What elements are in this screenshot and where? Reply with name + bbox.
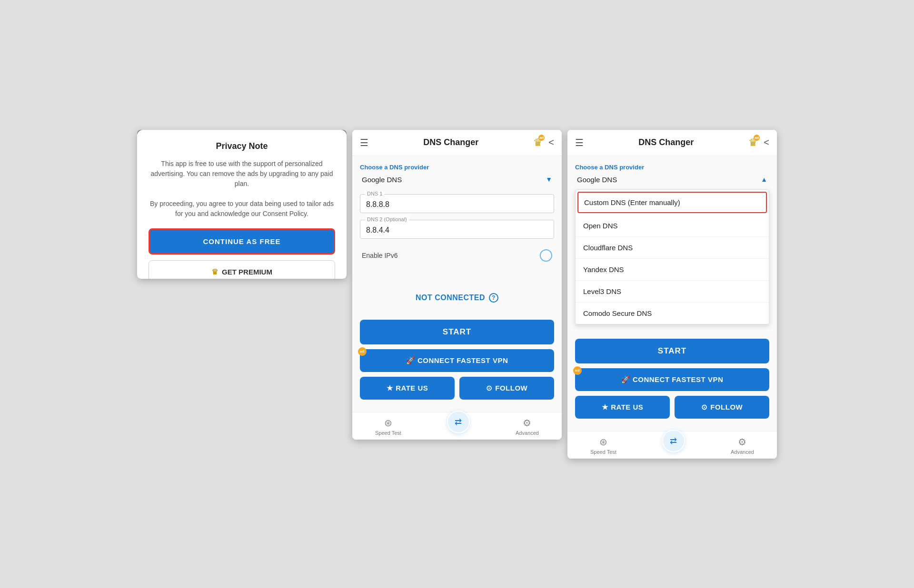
dns-provider-value-3: Google DNS bbox=[577, 176, 617, 184]
dropdown-item-comodo-3[interactable]: Comodo Secure DNS bbox=[576, 303, 769, 324]
swap-icon-2: ⇄ bbox=[455, 417, 462, 427]
share-icon-2[interactable]: < bbox=[548, 137, 554, 148]
settings-icon-2: ⚙ bbox=[523, 417, 531, 429]
chevron-down-icon-2: ▼ bbox=[546, 176, 552, 183]
ipv6-label-2: Enable IPv6 bbox=[362, 252, 398, 259]
crown-badge-3[interactable]: ♛ ad bbox=[748, 137, 758, 149]
dropdown-item-open-3[interactable]: Open DNS bbox=[576, 215, 769, 237]
speed-test-nav-2[interactable]: ⊛ Speed Test bbox=[375, 417, 401, 436]
screen-1: ☰ DNS Changer ♛ ad < Choose a DNS provid… bbox=[137, 130, 347, 279]
dns1-value-2: 8.8.8.8 bbox=[366, 200, 548, 209]
star-icon-2: ★ bbox=[387, 384, 393, 392]
speedometer-icon-2: ⊛ bbox=[384, 417, 392, 429]
speedometer-icon-3: ⊛ bbox=[599, 436, 607, 448]
question-icon-2[interactable]: ? bbox=[489, 293, 498, 303]
speed-test-label-2: Speed Test bbox=[375, 430, 401, 436]
crown-badge-2[interactable]: ♛ ad bbox=[533, 137, 543, 149]
app-title-3: DNS Changer bbox=[584, 137, 748, 147]
app-body-2: Choose a DNS provider Google DNS ▼ DNS 1… bbox=[352, 156, 562, 412]
dropdown-item-level3-3[interactable]: Level3 DNS bbox=[576, 281, 769, 303]
connect-vpn-button-2[interactable]: ad 🚀 CONNECT FASTEST VPN bbox=[360, 349, 554, 372]
center-nav-2[interactable]: ⇄ bbox=[447, 411, 470, 433]
badge-dot-3: ad bbox=[754, 135, 760, 141]
start-button-3[interactable]: START bbox=[575, 339, 769, 363]
rate-us-button-2[interactable]: ★ RATE US bbox=[360, 377, 455, 400]
advanced-nav-3[interactable]: ⚙ Advanced bbox=[731, 436, 754, 455]
privacy-text: This app is free to use with the support… bbox=[149, 159, 335, 219]
dns1-label-2: DNS 1 bbox=[365, 191, 384, 196]
follow-button-3[interactable]: ⊙ FOLLOW bbox=[675, 396, 769, 419]
dns2-input-2[interactable]: DNS 2 (Optional) 8.8.4.4 bbox=[360, 220, 554, 239]
privacy-modal: Privacy Note This app is free to use wit… bbox=[137, 130, 347, 279]
rate-us-button-3[interactable]: ★ RATE US bbox=[575, 396, 670, 419]
start-button-2[interactable]: START bbox=[360, 320, 554, 344]
dns-provider-label-2: Choose a DNS provider bbox=[360, 164, 554, 171]
swap-icon-3: ⇄ bbox=[670, 436, 677, 446]
screen-3: ☰ DNS Changer ♛ ad < Choose a DNS provid… bbox=[567, 130, 777, 459]
dns2-label-2: DNS 2 (Optional) bbox=[365, 216, 409, 222]
menu-icon-3[interactable]: ☰ bbox=[575, 137, 584, 148]
dns2-value-2: 8.8.4.4 bbox=[366, 226, 548, 235]
dns-provider-select-3[interactable]: Google DNS ▲ bbox=[575, 173, 769, 186]
advanced-label-3: Advanced bbox=[731, 449, 754, 455]
dns-provider-select-2[interactable]: Google DNS ▼ bbox=[360, 173, 554, 186]
dns-provider-label-3: Choose a DNS provider bbox=[575, 164, 769, 171]
badge-dot-2: ad bbox=[538, 135, 545, 141]
vpn-badge-3: ad bbox=[573, 366, 582, 375]
follow-button-2[interactable]: ⊙ FOLLOW bbox=[459, 377, 554, 400]
star-icon-3: ★ bbox=[602, 403, 608, 412]
privacy-title: Privacy Note bbox=[149, 141, 335, 151]
settings-icon-3: ⚙ bbox=[738, 436, 746, 448]
privacy-overlay: Privacy Note This app is free to use wit… bbox=[137, 130, 347, 279]
app-body-3: Choose a DNS provider Google DNS ▲ Custo… bbox=[567, 156, 777, 431]
connect-vpn-button-3[interactable]: ad 🚀 CONNECT FASTEST VPN bbox=[575, 368, 769, 391]
not-connected-2: NOT CONNECTED ? bbox=[360, 285, 554, 310]
dropdown-item-custom-3[interactable]: Custom DNS (Enter manually) bbox=[577, 192, 767, 213]
speed-test-label-3: Speed Test bbox=[590, 449, 616, 455]
app-header-2: ☰ DNS Changer ♛ ad < bbox=[352, 130, 562, 156]
ipv6-toggle-2[interactable] bbox=[540, 249, 552, 262]
speed-test-nav-3[interactable]: ⊛ Speed Test bbox=[590, 436, 616, 455]
dropdown-item-cloudflare-3[interactable]: Cloudflare DNS bbox=[576, 237, 769, 259]
vpn-badge-2: ad bbox=[358, 347, 367, 356]
continue-as-free-button[interactable]: CONTINUE AS FREE bbox=[149, 228, 335, 255]
crown-icon-premium: ♛ bbox=[211, 267, 218, 276]
header-icons-right-3: ♛ ad < bbox=[748, 137, 769, 149]
app-title-2: DNS Changer bbox=[368, 137, 533, 147]
advanced-nav-2[interactable]: ⚙ Advanced bbox=[516, 417, 539, 436]
dns-provider-value-2: Google DNS bbox=[362, 176, 402, 184]
app-header-3: ☰ DNS Changer ♛ ad < bbox=[567, 130, 777, 156]
menu-icon-2[interactable]: ☰ bbox=[360, 137, 368, 148]
bottom-nav-3: ⊛ Speed Test ⇄ ⚙ Advanced bbox=[567, 431, 777, 459]
get-premium-button[interactable]: ♛ GET PREMIUM bbox=[149, 260, 335, 279]
dns-dropdown-3[interactable]: Custom DNS (Enter manually) Open DNS Clo… bbox=[575, 189, 769, 324]
share-icon-3[interactable]: < bbox=[764, 137, 769, 148]
instagram-icon-3: ⊙ bbox=[701, 403, 708, 412]
instagram-icon-2: ⊙ bbox=[486, 384, 493, 392]
advanced-label-2: Advanced bbox=[516, 430, 539, 436]
center-nav-3[interactable]: ⇄ bbox=[662, 430, 685, 452]
bottom-nav-2: ⊛ Speed Test ⇄ ⚙ Advanced bbox=[352, 412, 562, 440]
ipv6-row-2: Enable IPv6 bbox=[360, 245, 554, 265]
rate-follow-row-3: ★ RATE US ⊙ FOLLOW bbox=[575, 396, 769, 419]
rate-follow-row-2: ★ RATE US ⊙ FOLLOW bbox=[360, 377, 554, 400]
header-icons-right-2: ♛ ad < bbox=[533, 137, 554, 149]
dns1-input-2[interactable]: DNS 1 8.8.8.8 bbox=[360, 194, 554, 213]
dropdown-item-yandex-3[interactable]: Yandex DNS bbox=[576, 259, 769, 281]
chevron-up-icon-3: ▲ bbox=[761, 176, 767, 183]
screens-container: ☰ DNS Changer ♛ ad < Choose a DNS provid… bbox=[137, 130, 777, 459]
screen-2: ☰ DNS Changer ♛ ad < Choose a DNS provid… bbox=[352, 130, 562, 440]
